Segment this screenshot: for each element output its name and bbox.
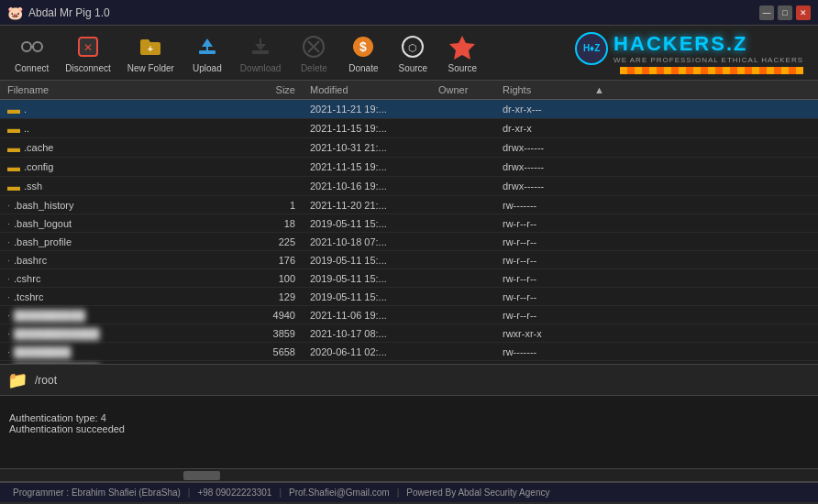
table-row[interactable]: ·████████████55512021-11-06 19:...rwxr-x…: [0, 361, 818, 364]
svg-marker-7: [202, 38, 213, 47]
file-name-cell: ·.bash_logout: [7, 218, 246, 229]
file-name-cell: ▬..: [7, 121, 246, 136]
file-name-text: .ssh: [24, 181, 42, 192]
path-bar: 📁 /root: [0, 365, 818, 396]
folder-icon: ▬: [7, 121, 20, 136]
table-row[interactable]: ▬.2021-11-21 19:...dr-xr-x---: [0, 100, 818, 119]
connect-button[interactable]: Connect: [7, 28, 56, 77]
logo-main-text: HACKERS.Z: [614, 32, 803, 56]
file-name-text: .bash_logout: [14, 218, 72, 229]
file-icon: ·: [7, 310, 10, 321]
table-row[interactable]: ▬.cache2021-10-31 21:...drwx------: [0, 138, 818, 158]
footer-powered: Powered By Abdal Security Agency: [406, 488, 549, 498]
file-name-text: .cshrc: [14, 273, 40, 284]
donate-button[interactable]: $Donate: [339, 28, 387, 77]
donate-label: Donate: [348, 63, 378, 73]
file-modified-cell: 2021-11-20 21:...: [310, 200, 438, 211]
file-name-cell: ·.tcshrc: [7, 291, 246, 302]
connect-label: Connect: [15, 63, 49, 73]
file-modified-cell: 2021-11-15 19:...: [310, 123, 438, 134]
header-owner: Owner: [438, 84, 503, 95]
file-pane: Filename Size Modified Owner Rights ▲ ▬.…: [0, 81, 818, 365]
footer-programmer: Programmer : Ebrahim Shafiei (EbraSha): [13, 488, 181, 498]
table-row[interactable]: ·.bash_logout182019-05-11 15:...rw-r--r-…: [0, 214, 818, 233]
toolbar-buttons: Connect✕Disconnect+New FolderUploadDownl…: [7, 28, 486, 77]
file-rights-cell: rw-r--r--: [503, 291, 594, 302]
table-row[interactable]: ·████████56582020-06-11 02:...rw-------: [0, 343, 818, 361]
svg-text:$: $: [359, 39, 367, 54]
upload-icon: [193, 32, 222, 61]
file-size-cell: 18: [246, 218, 310, 229]
file-table-header: Filename Size Modified Owner Rights ▲: [0, 81, 818, 100]
table-row[interactable]: ▬.ssh2021-10-16 19:...drwx------: [0, 177, 818, 196]
table-row[interactable]: ▬.config2021-11-15 19:...drwx------: [0, 158, 818, 177]
title-bar: 🐷 Abdal Mr Pig 1.0 — □ ✕: [0, 0, 818, 26]
file-size-cell: 4940: [246, 310, 310, 321]
file-rights-cell: rwxr-xr-x: [503, 328, 594, 339]
new-folder-label: New Folder: [127, 63, 174, 73]
disconnect-button[interactable]: ✕Disconnect: [58, 28, 117, 77]
table-row[interactable]: ·.tcshrc1292019-05-11 15:...rw-r--r--: [0, 288, 818, 306]
file-name-cell: ▬.: [7, 102, 246, 116]
download-icon: [246, 32, 275, 61]
maximize-button[interactable]: □: [778, 5, 792, 20]
source1-button[interactable]: ⬡Source: [389, 28, 437, 77]
table-row[interactable]: ·.cshrc1002019-05-11 15:...rw-r--r--: [0, 269, 818, 288]
svg-marker-19: [449, 36, 475, 60]
source2-button[interactable]: Source: [438, 28, 486, 77]
file-size-cell: 129: [246, 291, 310, 302]
header-size: Size: [246, 84, 310, 95]
file-name-cell: ▬.cache: [7, 140, 246, 155]
file-rights-cell: rw-------: [503, 200, 594, 211]
h-scroll-area[interactable]: [0, 469, 818, 482]
disconnect-icon: ✕: [73, 32, 103, 61]
file-name-text: .bashrc: [14, 255, 47, 266]
current-path: /root: [35, 374, 57, 387]
delete-label: Delete: [301, 63, 327, 73]
file-name-cell: ·.bash_profile: [7, 236, 246, 247]
folder-icon: ▬: [7, 179, 20, 193]
footer-phone: +98 09022223301: [197, 488, 271, 498]
disconnect-label: Disconnect: [65, 63, 110, 73]
file-size-cell: 5658: [246, 346, 310, 357]
file-size-cell: 1: [246, 200, 310, 211]
table-row[interactable]: ·.bash_profile2252021-10-18 07:...rw-r--…: [0, 233, 818, 251]
log-area: Authentication type: 4Authentication suc…: [0, 396, 818, 469]
file-name-cell: ·.cshrc: [7, 273, 246, 284]
file-name-text: ████████: [14, 346, 71, 357]
minimize-button[interactable]: —: [759, 5, 774, 20]
file-modified-cell: 2020-06-11 02:...: [310, 346, 438, 357]
file-list[interactable]: ▬.2021-11-21 19:...dr-xr-x---▬..2021-11-…: [0, 100, 818, 364]
logo-text-block: HACKERS.Z WE ARE PROFESSIONAL ETHICAL HA…: [614, 32, 803, 64]
close-button[interactable]: ✕: [796, 5, 811, 20]
file-rights-cell: dr-xr-x---: [503, 104, 594, 115]
file-icon: ·: [7, 255, 10, 266]
h-scrollbar[interactable]: [183, 471, 220, 480]
file-modified-cell: 2019-05-11 15:...: [310, 273, 438, 284]
file-name-cell: ·██████████: [7, 310, 246, 321]
file-name-text: .cache: [24, 142, 53, 153]
download-button: Download: [233, 28, 288, 77]
folder-icon: ▬: [7, 102, 20, 116]
svg-text:+: +: [148, 44, 153, 54]
table-row[interactable]: ·.bash_history12021-11-20 21:...rw------…: [0, 196, 818, 214]
upload-label: Upload: [193, 63, 222, 73]
logo-sub-text: WE ARE PROFESSIONAL ETHICAL HACKERS: [614, 56, 803, 64]
svg-point-0: [22, 42, 31, 51]
logo-badge: H♦Z: [575, 32, 608, 65]
table-row[interactable]: ·.bashrc1762019-05-11 15:...rw-r--r--: [0, 251, 818, 269]
hackers-logo-inner: H♦Z HACKERS.Z WE ARE PROFESSIONAL ETHICA…: [575, 32, 803, 65]
table-row[interactable]: ▬..2021-11-15 19:...dr-xr-x: [0, 119, 818, 138]
log-line: Authentication type: 4: [9, 412, 809, 423]
table-row[interactable]: ·████████████38592021-10-17 08:...rwxr-x…: [0, 324, 818, 343]
header-rights: Rights: [503, 84, 594, 95]
svg-rect-6: [199, 50, 216, 54]
header-scroll: ▲: [594, 84, 609, 95]
file-name-text: ██████████: [14, 310, 85, 321]
upload-button[interactable]: Upload: [183, 28, 231, 77]
file-modified-cell: 2021-10-18 07:...: [310, 236, 438, 247]
footer-sep3: |: [397, 488, 400, 498]
table-row[interactable]: ·██████████49402021-11-06 19:...rw-r--r-…: [0, 306, 818, 324]
new-folder-button[interactable]: +New Folder: [120, 28, 182, 77]
svg-point-1: [33, 42, 42, 51]
